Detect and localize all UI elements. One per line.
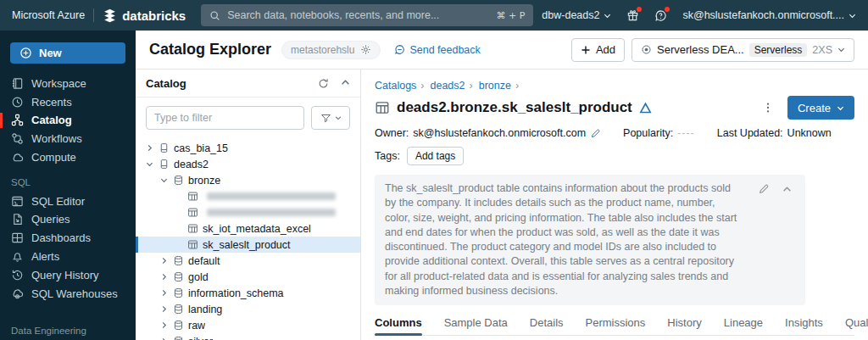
breadcrumb-item: bronze › bbox=[479, 80, 523, 92]
compute-type-badge: Serverless bbox=[749, 43, 808, 57]
collapse-panel-icon[interactable] bbox=[341, 78, 350, 87]
filter-options-button[interactable] bbox=[311, 106, 350, 130]
edit-description-pencil-icon[interactable] bbox=[758, 183, 770, 195]
main-area: Catalog Explorer metastorehslu Send feed… bbox=[136, 31, 868, 340]
create-button[interactable]: Create bbox=[787, 96, 854, 120]
workspace-switcher[interactable]: dbw-deads2 bbox=[542, 9, 611, 21]
new-button[interactable]: New bbox=[10, 42, 125, 64]
sidebar-item-recents[interactable]: Recents bbox=[0, 92, 136, 111]
sidebar-item-workflows[interactable]: Workflows bbox=[0, 130, 136, 148]
databricks-logo[interactable]: databricks bbox=[103, 8, 186, 23]
sidebar-item-sql-editor[interactable]: SQL Editor bbox=[0, 192, 136, 210]
metastore-name: metastorehslu bbox=[291, 44, 354, 56]
tree-item[interactable] bbox=[136, 188, 360, 204]
tab[interactable]: Insights bbox=[785, 316, 823, 335]
tree-item[interactable] bbox=[136, 204, 360, 220]
sidebar-item-label: Query History bbox=[31, 269, 98, 281]
table-detail-pane: Catalogs › deads2 › bronze › deads2.bron… bbox=[361, 70, 868, 340]
tab[interactable]: Sample Data bbox=[444, 316, 508, 335]
popularity-field: Popularity: ---- bbox=[623, 127, 695, 139]
sidebar-section-sql: SQL bbox=[0, 166, 136, 192]
tree-item[interactable]: sk_saleslt_product bbox=[136, 237, 360, 253]
breadcrumb-separator: › bbox=[515, 80, 519, 92]
more-actions-kebab-icon[interactable] bbox=[762, 102, 774, 114]
breadcrumb-link[interactable]: deads2 bbox=[431, 80, 465, 92]
tree-item-label: silver bbox=[188, 336, 213, 340]
tree-filter-input[interactable] bbox=[146, 106, 304, 130]
add-tags-button[interactable]: Add tags bbox=[407, 147, 464, 165]
tree-item[interactable]: default bbox=[136, 253, 360, 269]
whats-new-button[interactable] bbox=[626, 9, 639, 22]
detail-tabs: ColumnsSample DataDetailsPermissionsHist… bbox=[375, 316, 854, 336]
catalog-icon bbox=[11, 114, 24, 126]
add-button-label: Add bbox=[596, 43, 615, 56]
tab[interactable]: History bbox=[667, 316, 701, 335]
bell-icon bbox=[11, 250, 24, 263]
metastore-selector[interactable]: metastorehslu bbox=[281, 41, 381, 59]
tab[interactable]: Quality bbox=[845, 316, 868, 335]
breadcrumb-item: Catalogs › bbox=[375, 80, 429, 92]
history-clock-icon bbox=[11, 269, 24, 281]
tree-item[interactable]: sk_iot_metadata_excel bbox=[136, 220, 360, 237]
chevron-right-icon[interactable] bbox=[159, 305, 169, 313]
table-title-row: deads2.bronze.sk_saleslt_product Create bbox=[375, 96, 854, 120]
breadcrumb-link[interactable]: bronze bbox=[479, 80, 511, 92]
breadcrumb: Catalogs › deads2 › bronze › bbox=[375, 80, 854, 92]
breadcrumb-link[interactable]: Catalogs bbox=[375, 80, 416, 92]
tab[interactable]: Lineage bbox=[724, 316, 763, 335]
catalog-database-icon bbox=[159, 159, 170, 170]
tree-item[interactable]: gold bbox=[136, 269, 360, 285]
chevron-right-icon[interactable] bbox=[144, 144, 154, 152]
sidebar-item-workspace[interactable]: Workspace bbox=[0, 74, 136, 92]
tab[interactable]: Columns bbox=[375, 316, 422, 335]
compute-selector[interactable]: Serverless DEA... Serverless 2XS bbox=[632, 38, 854, 62]
sidebar-item-catalog[interactable]: Catalog bbox=[0, 111, 136, 130]
compute-name: Serverless DEA... bbox=[657, 43, 744, 56]
chevron-right-icon[interactable] bbox=[159, 273, 169, 281]
sql-warehouse-icon bbox=[11, 287, 24, 300]
global-search-input[interactable] bbox=[227, 9, 489, 21]
chevron-down-icon bbox=[335, 114, 342, 121]
description-text: The sk_saleslt_product table contains in… bbox=[385, 182, 737, 297]
table-description: The sk_saleslt_product table contains in… bbox=[375, 175, 805, 305]
chevron-down-icon[interactable] bbox=[159, 176, 169, 184]
table-icon bbox=[375, 100, 390, 115]
breadcrumb-separator: › bbox=[420, 80, 424, 92]
tab[interactable]: Permissions bbox=[586, 316, 646, 335]
table-icon bbox=[187, 223, 198, 234]
chevron-right-icon[interactable] bbox=[159, 321, 169, 329]
tree-item[interactable]: silver bbox=[136, 333, 360, 340]
sidebar-item-compute[interactable]: Compute bbox=[0, 148, 136, 167]
sidebar-item-queries[interactable]: Queries bbox=[0, 210, 136, 229]
topbar-right-group: dbw-deads2 sk@hslustefankoch.onmicrosoft… bbox=[542, 9, 856, 22]
tab[interactable]: Details bbox=[530, 316, 564, 335]
funnel-icon bbox=[320, 113, 331, 124]
tree-item-label: gold bbox=[188, 271, 209, 283]
account-menu[interactable]: sk@hslustefankoch.onmicrosoft.... bbox=[682, 9, 856, 21]
sidebar-item-dashboards[interactable]: Dashboards bbox=[0, 229, 136, 248]
sidebar-item-query-history[interactable]: Query History bbox=[0, 265, 136, 284]
gear-icon[interactable] bbox=[360, 44, 371, 55]
chevron-right-icon[interactable] bbox=[159, 257, 169, 265]
chevron-down-icon[interactable] bbox=[144, 160, 154, 168]
clock-icon bbox=[11, 96, 24, 109]
refresh-icon[interactable] bbox=[318, 78, 329, 89]
tree-item[interactable]: deads2 bbox=[136, 156, 360, 172]
help-button[interactable] bbox=[654, 9, 667, 22]
schema-icon bbox=[173, 304, 184, 315]
edit-owner-pencil-icon[interactable] bbox=[590, 128, 601, 139]
collapse-description-chevron-icon[interactable] bbox=[782, 185, 792, 194]
sidebar-item-alerts[interactable]: Alerts bbox=[0, 248, 136, 266]
sidebar-item-sql-warehouses[interactable]: SQL Warehouses bbox=[0, 284, 136, 303]
tree-item[interactable]: landing bbox=[136, 301, 360, 317]
tree-item[interactable]: raw bbox=[136, 317, 360, 333]
tree-item[interactable]: bronze bbox=[136, 172, 360, 188]
send-feedback-link[interactable]: Send feedback bbox=[394, 44, 480, 56]
breadcrumb-separator: › bbox=[470, 80, 473, 92]
chevron-right-icon[interactable] bbox=[159, 289, 169, 297]
global-search[interactable]: ⌘ + P bbox=[201, 4, 533, 26]
tree-item[interactable]: information_schema bbox=[136, 285, 360, 301]
add-button[interactable]: Add bbox=[571, 38, 625, 62]
compute-size: 2XS bbox=[812, 44, 832, 56]
tree-item[interactable]: cas_bia_15 bbox=[136, 140, 360, 156]
